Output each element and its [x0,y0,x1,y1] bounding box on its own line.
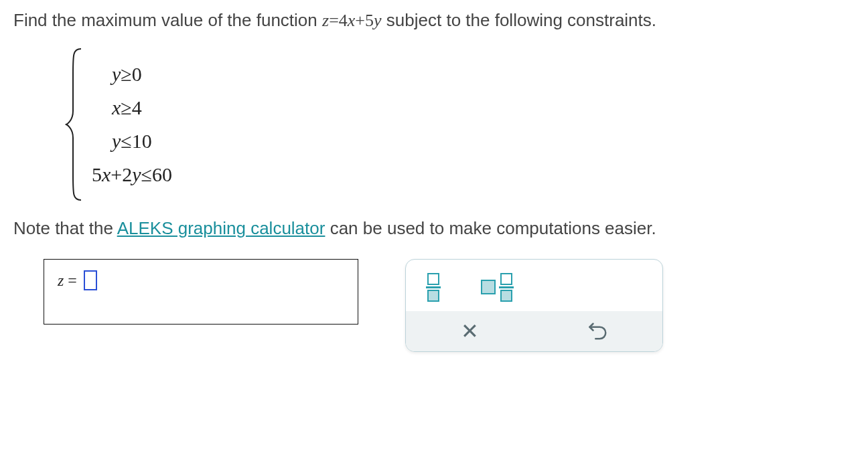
note-suffix: can be used to make computations easier. [330,218,656,238]
tool-panel: ✕ [405,259,663,352]
mixed-number-icon [481,273,514,302]
constraint-list: y≥0 x≥4 y≤10 5x+2y≤60 [92,63,172,186]
constraints-block: y≥0 x≥4 y≤10 5x+2y≤60 [64,48,855,201]
note-text: Note that the ALEKS graphing calculator … [13,218,855,239]
answer-box: z = [44,259,358,325]
aleks-calculator-link[interactable]: ALEKS graphing calculator [117,218,326,238]
constraint-2: x≥4 [112,96,172,119]
fraction-button[interactable] [426,273,441,302]
note-prefix: Note that the [13,218,117,238]
answer-input[interactable] [84,270,97,290]
intro-suffix: subject to the following constraints. [386,10,656,30]
left-brace-icon [64,48,84,201]
answer-eq: = [68,272,77,290]
fraction-icon [426,273,441,302]
undo-button[interactable] [588,320,608,342]
fn-eq: = [329,11,339,30]
close-icon: ✕ [461,320,479,342]
constraint-3: y≤10 [112,130,172,153]
undo-icon [588,321,608,341]
intro-prefix: Find the maximum value of the function [13,10,322,30]
answer-var: z [58,272,64,290]
constraint-1: y≥0 [112,63,172,86]
fn-rhs: 4x+5y [339,11,382,30]
clear-button[interactable]: ✕ [461,320,479,342]
constraint-4: 5x+2y≤60 [92,163,172,186]
fn-lhs: z [322,11,329,30]
question-intro: Find the maximum value of the function z… [13,10,855,31]
mixed-number-button[interactable] [481,273,514,302]
